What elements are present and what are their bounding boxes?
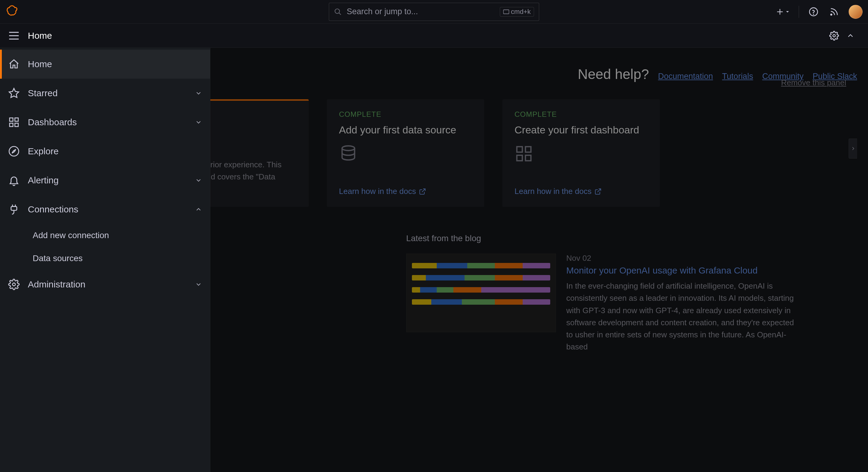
page-settings-button[interactable] <box>828 30 840 42</box>
nav-label: Alerting <box>28 175 188 186</box>
svg-point-12 <box>342 146 354 151</box>
help-button[interactable] <box>807 6 819 18</box>
svg-rect-14 <box>525 147 531 152</box>
cards-scroll-right[interactable] <box>849 138 857 159</box>
external-link-icon <box>419 188 426 195</box>
nav-item-starred[interactable]: Starred <box>0 79 210 108</box>
chevron-up-icon <box>195 206 202 213</box>
star-icon <box>7 87 21 100</box>
collapse-row-button[interactable] <box>844 30 857 42</box>
svg-rect-19 <box>15 118 18 121</box>
chevron-up-icon <box>846 31 855 40</box>
compass-icon <box>7 145 21 158</box>
svg-point-0 <box>335 9 340 13</box>
svg-rect-16 <box>525 155 531 161</box>
bell-icon <box>7 174 21 187</box>
nav-label: Starred <box>28 88 188 98</box>
news-button[interactable] <box>828 6 840 18</box>
search-shortcut-hint: cmd+k <box>500 7 534 17</box>
nav-item-dashboards[interactable]: Dashboards <box>0 108 210 137</box>
cog-icon <box>7 278 21 291</box>
task-card-dashboard[interactable]: COMPLETE Create your first dashboard Lea… <box>502 99 660 207</box>
nav-sub-item-add-connection[interactable]: Add new connection <box>33 224 210 247</box>
blog-entry[interactable]: Nov 02 Monitor your OpenAI usage with Gr… <box>406 254 857 353</box>
svg-rect-24 <box>11 207 17 211</box>
blog-thumbnail <box>406 254 556 332</box>
topbar-separator <box>799 6 799 18</box>
chevron-right-icon <box>850 146 856 151</box>
cog-icon <box>829 31 839 40</box>
nav-item-connections[interactable]: Connections <box>0 195 210 224</box>
svg-rect-13 <box>517 147 522 152</box>
svg-point-11 <box>833 34 835 37</box>
external-link-icon <box>594 188 602 195</box>
hamburger-icon <box>8 31 20 40</box>
svg-rect-20 <box>10 123 13 126</box>
task-badge: COMPLETE <box>339 110 472 119</box>
svg-point-7 <box>831 14 832 15</box>
side-nav-drawer: Home Starred Dashboards Explore Alerting <box>0 48 210 472</box>
nav-label: Home <box>28 59 210 69</box>
task-badge: COMPLETE <box>515 110 648 119</box>
home-icon <box>7 58 21 71</box>
svg-rect-21 <box>15 123 18 126</box>
nav-item-explore[interactable]: Explore <box>0 137 210 166</box>
help-link-documentation[interactable]: Documentation <box>658 72 713 81</box>
rss-icon <box>829 7 839 17</box>
apps-icon <box>7 116 21 129</box>
nav-toggle-button[interactable] <box>7 28 21 43</box>
database-icon <box>339 144 472 163</box>
nav-item-alerting[interactable]: Alerting <box>0 166 210 195</box>
task-title: Create your first dashboard <box>515 124 648 136</box>
nav-label: Dashboards <box>28 117 188 127</box>
svg-marker-17 <box>9 88 19 97</box>
help-link-tutorials[interactable]: Tutorials <box>722 72 753 81</box>
chevron-down-icon <box>195 119 202 126</box>
nav-sub-connections: Add new connection Data sources <box>0 224 210 270</box>
learn-docs-link[interactable]: Learn how in the docs <box>515 168 648 196</box>
help-icon <box>809 7 818 17</box>
user-avatar[interactable] <box>849 5 863 19</box>
remove-panel-link[interactable]: Remove this panel <box>781 78 846 88</box>
svg-rect-2 <box>503 10 509 13</box>
global-search[interactable]: Search or jump to... cmd+k <box>329 3 539 21</box>
blog-excerpt: In the ever-changing field of artificial… <box>566 280 802 353</box>
chevron-down-icon <box>195 177 202 184</box>
blog-date: Nov 02 <box>566 254 802 263</box>
page-title: Home <box>28 31 52 41</box>
chevron-down-icon <box>195 281 202 288</box>
svg-rect-18 <box>10 118 13 121</box>
search-placeholder: Search or jump to... <box>347 7 500 16</box>
search-icon <box>334 8 342 16</box>
nav-label: Connections <box>28 204 188 215</box>
nav-label: Explore <box>28 146 210 156</box>
learn-docs-link[interactable]: Learn how in the docs <box>339 168 472 196</box>
svg-point-25 <box>12 283 16 286</box>
chevron-down-icon <box>785 9 790 14</box>
svg-line-1 <box>339 13 341 15</box>
chevron-down-icon <box>195 90 202 97</box>
dashboard-icon <box>515 144 648 163</box>
page-bar: Home <box>0 24 868 48</box>
grafana-logo-icon <box>6 5 18 19</box>
plug-icon <box>7 203 21 216</box>
grafana-logo[interactable] <box>5 5 19 19</box>
plus-icon <box>776 7 784 16</box>
svg-point-22 <box>9 147 19 156</box>
svg-point-6 <box>813 14 813 14</box>
svg-marker-23 <box>12 150 16 153</box>
topbar-right-cluster <box>776 5 863 19</box>
task-card-data-source[interactable]: COMPLETE Add your first data source Lear… <box>327 99 484 207</box>
svg-rect-15 <box>517 155 522 161</box>
need-help-label: Need help? <box>578 66 649 82</box>
create-new-button[interactable] <box>776 7 790 16</box>
blog-title: Monitor your OpenAI usage with Grafana C… <box>566 265 802 276</box>
task-title: Add your first data source <box>339 124 472 136</box>
blog-section-title: Latest from the blog <box>406 233 857 243</box>
top-bar: Search or jump to... cmd+k <box>0 0 868 24</box>
nav-item-home[interactable]: Home <box>0 50 210 79</box>
nav-label: Administration <box>28 279 188 289</box>
nav-sub-item-data-sources[interactable]: Data sources <box>33 247 210 270</box>
nav-item-administration[interactable]: Administration <box>0 270 210 299</box>
